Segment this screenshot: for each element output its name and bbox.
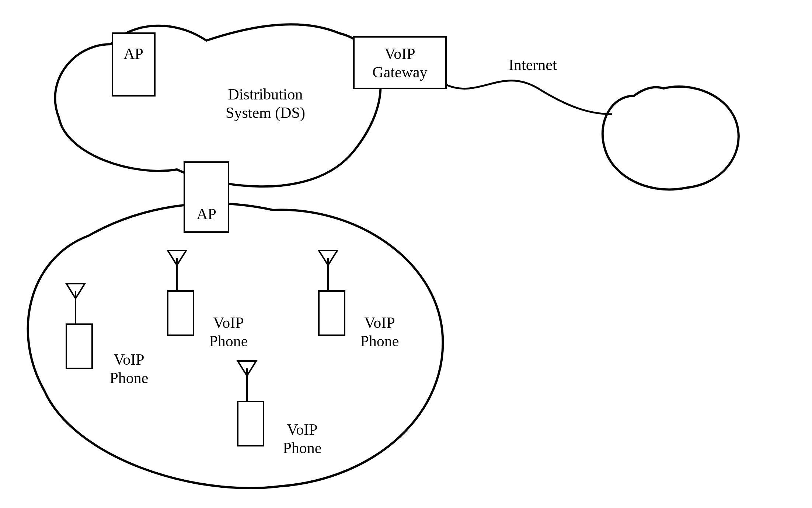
voip-phone-3: VoIP Phone [319,251,399,350]
voip-phone-4-label-line2: Phone [283,439,322,456]
ds-label-line1: Distribution [228,86,303,103]
voip-phone-2-label-line2: Phone [209,333,248,350]
voip-phone-2: VoIP Phone [168,251,248,350]
voip-gateway-label-line2: Gateway [372,64,427,81]
svg-rect-8 [319,291,345,335]
svg-rect-0 [112,33,155,96]
network-diagram: AP AP VoIP Gateway Distribution System (… [0,0,812,508]
voip-phone-1-label-line1: VoIP [114,351,144,368]
ap-bottom-label: AP [196,206,216,223]
internet-remote-cloud [603,87,739,190]
voip-gateway-label-line1: VoIP [384,45,415,62]
svg-rect-10 [238,402,264,446]
svg-rect-2 [354,37,446,88]
voip-phone-4-label-line1: VoIP [287,421,317,438]
ap-top-label: AP [123,45,143,62]
svg-rect-6 [168,291,194,335]
ds-label-line2: System (DS) [226,104,305,122]
voip-gateway: VoIP Gateway [354,37,446,88]
voip-phone-1-label-line2: Phone [110,369,149,386]
ds-label: Distribution System (DS) [226,86,305,122]
ap-bottom: AP [184,162,229,232]
gateway-to-internet-link [446,81,612,114]
voip-phone-3-label-line2: Phone [360,333,399,350]
voip-phone-3-label-line1: VoIP [364,314,395,331]
ap-top: AP [112,33,155,96]
voip-phone-4: VoIP Phone [238,361,322,456]
internet-label: Internet [509,56,557,73]
svg-rect-4 [66,324,92,368]
voip-phone-2-label-line1: VoIP [213,314,244,331]
voip-phone-1: VoIP Phone [66,284,149,386]
